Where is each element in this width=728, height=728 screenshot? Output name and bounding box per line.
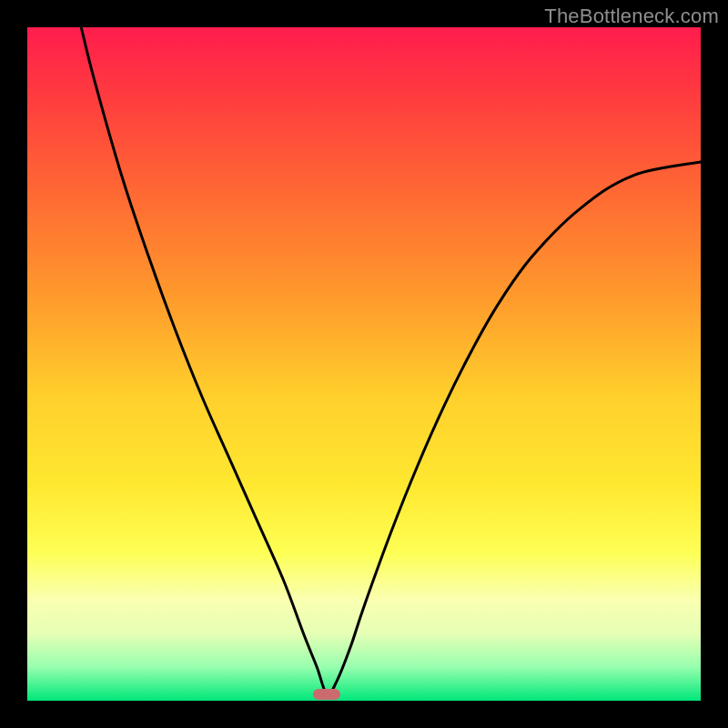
bottleneck-curve [27, 27, 701, 701]
chart-stage: TheBottleneck.com [0, 0, 728, 728]
minimum-marker [313, 689, 340, 700]
plot-area [27, 27, 701, 701]
watermark-text: TheBottleneck.com [544, 5, 719, 28]
